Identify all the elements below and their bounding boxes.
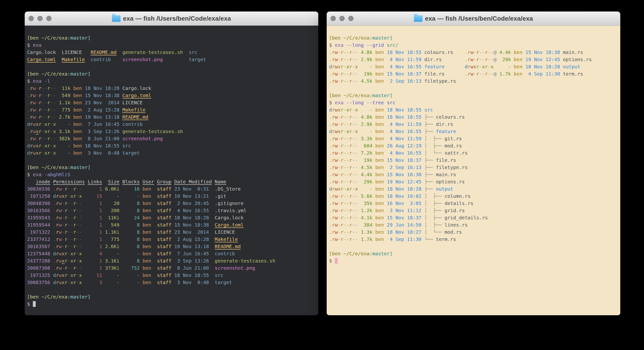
- text-segment-pr: r: [349, 128, 352, 134]
- text-segment-user: ben: [142, 265, 151, 271]
- text-segment-pr: r: [349, 193, 352, 199]
- text-segment-dot: --: [352, 229, 358, 235]
- terminal-line: [ben ~/C/e/exa:master]: [27, 34, 316, 42]
- text-segment-blocks: -: [122, 251, 140, 256]
- text-segment-dot: --: [352, 236, 358, 242]
- text-segment-links: 1: [88, 215, 102, 220]
- zoom-button[interactable]: [348, 16, 354, 21]
- text-segment-dot: -: [42, 121, 44, 127]
- text-segment-dot: .: [329, 164, 332, 170]
- text-segment-size: 775: [105, 236, 119, 242]
- text-segment-pd: d: [53, 251, 56, 256]
- minimize-button[interactable]: [340, 16, 345, 21]
- text-segment-dot: --: [344, 208, 349, 213]
- terminal-line: 24377288 .rwxr-xr-x 1 3.1Ki 8 ben staff …: [27, 257, 316, 264]
- text-segment-dot: .: [329, 56, 332, 62]
- close-button[interactable]: [330, 16, 336, 21]
- text-segment-file: mod.rs: [444, 229, 462, 235]
- text-segment-pw: w: [33, 136, 36, 142]
- text-segment-pr: r: [349, 64, 352, 70]
- text-segment-pr: r: [73, 215, 76, 220]
- text-segment-pw: w: [59, 222, 62, 228]
- text-segment-file: term.rs: [563, 71, 583, 77]
- text-segment-dot: .: [53, 258, 56, 264]
- text-segment-pr: r: [349, 236, 352, 242]
- text-segment-pr: r: [56, 280, 59, 285]
- text-segment-px: x: [490, 64, 494, 70]
- text-segment-dot: --: [344, 193, 349, 199]
- text-segment-pr: r: [30, 150, 33, 156]
- text-segment-user: ben: [142, 236, 151, 242]
- text-segment-dot: -: [76, 272, 79, 278]
- text-segment-dot: .: [329, 236, 332, 242]
- terminal-line: .rw-r--r-- 35k ben 16 Nov 3:05 │ ├── det…: [329, 200, 618, 207]
- text-segment-dot: --: [344, 114, 349, 120]
- text-segment-size: 549: [59, 92, 70, 98]
- minimize-button[interactable]: [38, 16, 43, 21]
- text-segment-date: 4 Nov 16:55: [387, 150, 422, 156]
- text-segment-px: x: [338, 64, 340, 70]
- terminal-content[interactable]: [ben ~/C/e/exa:master]$ exaCargo.lock LI…: [25, 26, 318, 315]
- terminal-content[interactable]: [ben ~/C/e/exa:master]$ exa --long --gri…: [327, 26, 620, 315]
- text-segment-date: 18 Nov 18:28: [174, 215, 209, 220]
- text-segment-pw: w: [335, 121, 338, 127]
- titlebar[interactable]: exa — fish /Users/ben/Code/exa/exa: [327, 12, 620, 26]
- text-segment-px: x: [62, 258, 65, 264]
- text-segment-date: 2 Sep 16:13: [387, 164, 422, 170]
- terminal-line: .rw-r--r-- 1.7k ben 4 Sep 11:30 └── term…: [329, 236, 618, 243]
- text-segment-date: 19 Nov 13:18: [174, 244, 209, 249]
- text-segment-dot: --: [352, 78, 358, 84]
- text-segment-dot: .: [329, 172, 332, 178]
- text-segment-size: -: [105, 251, 119, 256]
- text-segment-pw: w: [59, 265, 62, 271]
- text-segment-pr: r: [340, 56, 344, 62]
- text-segment-pw: w: [335, 150, 338, 156]
- text-segment-dot: .: [329, 78, 332, 84]
- text-segment-dir: feature: [424, 64, 444, 70]
- close-button[interactable]: [28, 16, 34, 21]
- text-segment-pr: r: [485, 50, 488, 55]
- terminal-line: drwxr-xr-x - ben 7 Jun 16:45 contrib: [27, 120, 316, 128]
- text-segment-script: generate-testcases.sh: [122, 50, 183, 55]
- text-segment-build: Makefile: [122, 107, 145, 113]
- text-segment-user: ben: [375, 229, 384, 235]
- terminal-line: .rw-r--r-- 1.1k ben 23 Nov 2014 LICENCE: [27, 99, 316, 106]
- text-segment-dot: .: [27, 100, 30, 106]
- text-segment-dot: -: [352, 107, 355, 113]
- text-segment-date: 15 Nov 18:38: [525, 50, 560, 55]
- text-segment-pr: r: [340, 136, 344, 142]
- text-segment-dot: --: [76, 208, 82, 213]
- text-segment-user: ben: [73, 136, 82, 142]
- title-wrap: exa — fish /Users/ben/Code/exa/exa: [414, 15, 533, 22]
- text-segment-hdr: User: [142, 179, 154, 184]
- text-segment-dollar: $: [27, 172, 33, 178]
- text-segment-dot: --: [50, 85, 56, 91]
- text-segment-pr: r: [468, 56, 470, 62]
- text-segment-date: 15 Nov 18:38: [85, 92, 120, 98]
- text-segment-tree: │ ├──: [424, 208, 444, 213]
- text-segment-file: options.rs: [436, 179, 465, 184]
- text-segment-date: 19 Nov 12:45: [525, 56, 560, 62]
- terminal-line: .rw-r--r-- 19k ben 15 Nov 18:37 ├── file…: [329, 156, 618, 164]
- text-segment-dot: --: [344, 200, 349, 206]
- text-segment-pw: w: [335, 179, 338, 184]
- text-segment-user: ben: [375, 78, 384, 84]
- text-segment-pw: w: [59, 251, 62, 256]
- text-segment-pr: r: [47, 107, 50, 113]
- text-segment-file: LICENCE: [215, 229, 235, 235]
- text-segment-dot: -: [76, 280, 79, 285]
- text-segment-dot: --: [352, 222, 358, 228]
- text-segment-date: 4 Nov 11:59: [387, 136, 422, 142]
- text-segment-group: staff: [157, 265, 171, 271]
- zoom-button[interactable]: [46, 16, 52, 21]
- text-segment-dir: target: [188, 56, 206, 62]
- text-segment-pr: r: [485, 64, 488, 70]
- text-segment-size: 3.3k: [361, 136, 372, 142]
- text-segment-dot: --: [68, 215, 73, 220]
- text-segment-size: 1.3k: [361, 229, 372, 235]
- text-segment-dot: --: [344, 78, 349, 84]
- text-segment-tree: └──: [424, 236, 436, 242]
- titlebar[interactable]: exa — fish /Users/ben/Code/exa/exa: [25, 12, 318, 26]
- terminal-line: [329, 84, 618, 92]
- text-segment-file: filetype.rs: [436, 164, 468, 170]
